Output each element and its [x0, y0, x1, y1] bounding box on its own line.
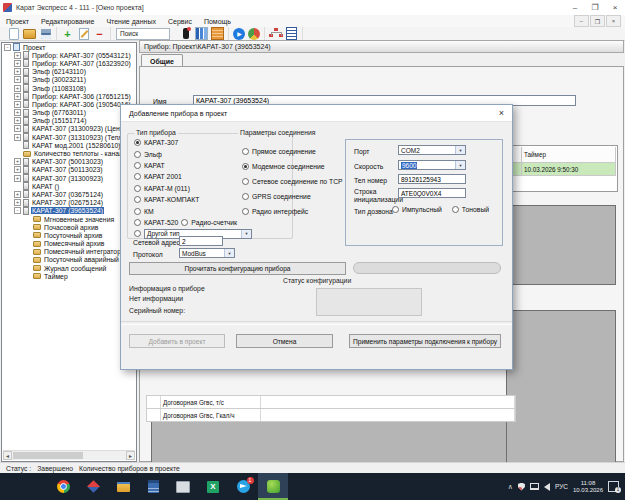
tree-item[interactable]: Мгновенные значения	[2, 215, 136, 223]
start-button[interactable]	[0, 473, 30, 500]
radio-device-type[interactable]	[134, 162, 141, 169]
radio-connection-type[interactable]	[242, 208, 249, 215]
tree-expander-icon[interactable]: +	[14, 68, 21, 75]
radio-connection-type[interactable]	[242, 148, 249, 155]
radio-device-type[interactable]	[134, 208, 141, 215]
radio-dial-type[interactable]	[392, 206, 399, 213]
taskbar-app-telegram[interactable]	[228, 473, 258, 500]
chevron-down-icon[interactable]: ▼	[455, 146, 465, 154]
export-list-icon[interactable]	[285, 27, 298, 40]
chevron-down-icon[interactable]: ▼	[455, 161, 465, 169]
tree-item[interactable]: Помесячный архив	[2, 240, 136, 248]
radio-device-type[interactable]	[134, 173, 141, 180]
menu-item[interactable]: Проект	[0, 18, 35, 25]
volume-icon[interactable]	[544, 483, 550, 491]
tree-item[interactable]: +Прибор: КАРАТ-307 (05543121)	[2, 51, 136, 59]
tree-item[interactable]: +Эльф (15151714)	[2, 117, 136, 125]
read-config-button[interactable]: Прочитать конфигурацию прибора	[129, 262, 346, 275]
menu-item[interactable]: Помощь	[198, 18, 237, 25]
tree-item[interactable]: +Эльф (11083108)	[2, 84, 136, 92]
taskbar-app-folder[interactable]	[108, 473, 138, 500]
tree-expander-icon[interactable]: +	[14, 117, 21, 124]
tree-expander-icon[interactable]: +	[14, 166, 21, 173]
tree-expander-icon[interactable]: +	[14, 125, 21, 132]
mdi-restore-button[interactable]: ❐	[590, 15, 605, 27]
language-indicator[interactable]: РУС	[555, 483, 568, 490]
network-map-icon[interactable]	[269, 27, 282, 40]
tree-item[interactable]: -КАРАТ-307 (39653524)	[2, 207, 136, 215]
radio-device-type[interactable]	[181, 219, 188, 226]
tree-item[interactable]: Помесячный интегратор	[2, 248, 136, 256]
tree-item[interactable]: Почасовой архив	[2, 223, 136, 231]
taskbar-app-files[interactable]	[168, 473, 198, 500]
tree-item[interactable]: КАРАТ мод.2001 (15280610)	[2, 141, 136, 149]
tree-item[interactable]: +КАРАТ-307 (31310923) (Тепличная	[2, 133, 136, 141]
tree-expander-icon[interactable]: +	[14, 158, 21, 165]
mdi-minimize-button[interactable]: –	[574, 15, 589, 27]
tree-item[interactable]: КАРАТ ()	[2, 182, 136, 190]
tree-item[interactable]: +КАРАТ-307 (02675124)	[2, 199, 136, 207]
taskbar-app-chrome[interactable]	[48, 473, 78, 500]
tree-expander-icon[interactable]: +	[14, 101, 21, 108]
scrollbar-thumb[interactable]	[13, 452, 83, 459]
pie-chart-icon[interactable]	[248, 28, 260, 40]
protocol-combobox[interactable]: ModBus ▼	[179, 248, 235, 258]
tree-item[interactable]: +Эльф (30023211)	[2, 76, 136, 84]
add-to-project-button[interactable]: Добавить в проект	[129, 334, 225, 348]
taskbar-app-calculator[interactable]	[138, 473, 168, 500]
tree-horizontal-scrollbar[interactable]: ◄ ►	[3, 450, 135, 460]
minimize-button[interactable]: –	[565, 1, 585, 15]
tree-item[interactable]: Журнал сообщений	[2, 264, 136, 272]
tree-expander-icon[interactable]: +	[14, 191, 21, 198]
restore-button[interactable]: ❐	[585, 1, 605, 15]
taskbar-app-karat-express[interactable]	[258, 473, 288, 500]
radio-device-type[interactable]	[134, 185, 141, 192]
tree-item[interactable]: +Прибор: КАРАТ-307 (16323920)	[2, 59, 136, 67]
tree-expander-icon[interactable]: +	[14, 199, 21, 206]
speed-combobox[interactable]: 9600 ▼	[398, 160, 466, 170]
menu-item[interactable]: Редактирование	[35, 18, 100, 25]
start-reading-icon[interactable]	[233, 28, 245, 40]
chart-view-icon[interactable]	[195, 27, 208, 40]
tree-expander-icon[interactable]: +	[14, 134, 21, 141]
mdi-close-button[interactable]: ×	[606, 15, 621, 27]
radio-connection-type[interactable]	[242, 163, 249, 170]
radio-device-type[interactable]	[134, 139, 141, 146]
report-view-icon[interactable]	[211, 27, 224, 40]
close-button[interactable]: ×	[605, 1, 625, 15]
tree-item[interactable]: -Проект	[2, 43, 136, 51]
tree-expander-icon[interactable]: +	[14, 52, 21, 59]
tree-expander-icon[interactable]: +	[14, 85, 21, 92]
notification-center-icon[interactable]	[608, 481, 619, 492]
init-string-input[interactable]	[398, 188, 466, 198]
tree-item[interactable]: +Прибор: КАРАТ-306 (17651215)	[2, 92, 136, 100]
radio-device-type[interactable]	[134, 219, 141, 226]
radio-device-type[interactable]	[134, 196, 141, 203]
taskbar-app-karat-diamond[interactable]	[78, 473, 108, 500]
radio-dial-type[interactable]	[452, 206, 459, 213]
search-input[interactable]: Поиск	[116, 28, 170, 40]
network-icon[interactable]	[530, 483, 539, 490]
tree-expander-icon[interactable]: -	[14, 207, 21, 214]
phone-input[interactable]	[398, 174, 466, 184]
add-device-icon[interactable]	[61, 27, 74, 40]
menu-item[interactable]: Чтение данных	[100, 18, 162, 25]
scroll-left-icon[interactable]: ◄	[3, 451, 12, 460]
radio-other-type[interactable]	[134, 230, 141, 237]
tree-item[interactable]: +КАРАТ-307 (31300923) (Центральная	[2, 125, 136, 133]
tree-item[interactable]: +КАРАТ-307 (31300923)	[2, 174, 136, 182]
dialog-close-icon[interactable]: ×	[499, 108, 504, 118]
tree-item[interactable]: +КАРАТ-307 (50113023)	[2, 166, 136, 174]
edit-device-icon[interactable]	[77, 27, 90, 40]
tree-item[interactable]: +Эльф (62143110)	[2, 68, 136, 76]
tree-item[interactable]: Количество теплоты - канал 3	[2, 149, 136, 157]
scroll-right-icon[interactable]: ►	[126, 451, 135, 460]
tree-item[interactable]: +КАРАТ-307 (50013023)	[2, 158, 136, 166]
tree-item[interactable]: +Прибор: КАРАТ-306 (19054016)	[2, 100, 136, 108]
tree-expander-icon[interactable]: +	[14, 175, 21, 182]
radio-device-type[interactable]	[134, 151, 141, 158]
tree-item[interactable]: Посуточный архив	[2, 231, 136, 239]
tree-item[interactable]: Таймер	[2, 272, 136, 280]
new-document-icon[interactable]	[7, 27, 20, 40]
open-project-icon[interactable]	[23, 27, 36, 40]
